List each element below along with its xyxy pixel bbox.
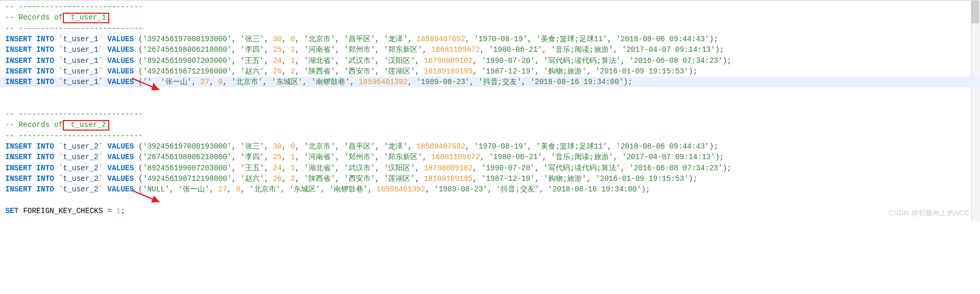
comma: , xyxy=(426,185,435,194)
equals: = xyxy=(103,207,116,215)
value-cell: '陕西省' xyxy=(304,67,335,76)
dash-line: -- ---------------------------- xyxy=(5,3,143,11)
sql-statement[interactable]: INSERT INTO `t_user_2` VALUES ('49245619… xyxy=(5,174,698,183)
value-cell: '1970-08-19' xyxy=(474,142,527,151)
sql-statement[interactable]: INSERT INTO `t_user_2` VALUES ('NULL', '… xyxy=(5,185,650,194)
comma: , xyxy=(264,57,273,65)
comma: , xyxy=(232,153,241,161)
comma: , xyxy=(535,174,544,183)
keyword-insert: INSERT xyxy=(5,35,32,43)
value-cell: '2017-04-07 09:14:13' xyxy=(622,153,715,161)
comma: , xyxy=(527,142,536,151)
paren-open: ( xyxy=(134,45,143,54)
comma: , xyxy=(613,45,622,54)
sql-statement[interactable]: INSERT INTO `t_user_2` VALUES ('26745619… xyxy=(5,153,724,161)
value-cell: 30 xyxy=(273,142,282,151)
comma: , xyxy=(620,164,629,172)
value-cell: '陕西省' xyxy=(304,174,335,183)
value-cell: '2016-06-08 07:34:23' xyxy=(629,57,722,65)
value-cell: '汉阳区' xyxy=(384,57,415,65)
records-of-label: -- Records of xyxy=(5,13,63,22)
paren-open: ( xyxy=(134,164,143,172)
comma: , xyxy=(227,185,236,194)
value-cell: 30 xyxy=(273,35,282,43)
keyword-values: VALUES xyxy=(107,35,134,43)
comma: , xyxy=(282,57,291,65)
keyword-values: VALUES xyxy=(107,174,134,183)
value-cell: '2018-08-06 09:44:43' xyxy=(616,142,709,151)
comma: , xyxy=(264,35,273,43)
comma: , xyxy=(152,78,161,86)
paren-close-semi: ); xyxy=(722,57,731,65)
value-cell: '张三' xyxy=(240,35,264,43)
table-identifier: `t_user_1` xyxy=(59,67,103,76)
comma: , xyxy=(264,45,273,54)
section-header: -- ---------------------------- -- Recor… xyxy=(5,109,975,141)
keyword-values: VALUES xyxy=(107,164,134,172)
paren-open: ( xyxy=(134,174,143,183)
sql-statement[interactable]: INSERT INTO `t_user_1` VALUES ('39245619… xyxy=(5,35,718,43)
keyword-values: VALUES xyxy=(107,45,134,54)
set-statement[interactable]: SET FOREIGN_KEY_CHECKS = 1; xyxy=(5,207,125,215)
keyword-insert: INSERT xyxy=(5,185,32,194)
value-cell: '龙泽' xyxy=(384,35,408,43)
comma: , xyxy=(264,174,273,183)
value-cell: '写代码;读代码;算法' xyxy=(544,57,621,65)
comma: , xyxy=(607,142,616,151)
value-cell: '892456199007203000' xyxy=(143,57,232,65)
comma: , xyxy=(613,153,622,161)
value-cell: '购物;旅游' xyxy=(544,67,587,76)
value-cell: '2016-06-08 07:34:23' xyxy=(629,164,722,172)
value-cell: 18596401392 xyxy=(376,185,425,194)
paren-close-semi: ); xyxy=(689,67,698,76)
comma: , xyxy=(473,57,482,65)
sql-statement[interactable]: INSERT INTO `t_user_1` VALUES ('26745619… xyxy=(5,45,724,54)
table-identifier: `t_user_2` xyxy=(59,142,103,151)
comma: , xyxy=(542,45,551,54)
comma: , xyxy=(375,174,384,183)
value-cell: '东城区' xyxy=(271,78,303,86)
set-variable: FOREIGN_KEY_CHECKS xyxy=(23,207,103,215)
comma: , xyxy=(522,78,531,86)
value-cell: '昌平区' xyxy=(344,35,375,43)
comma: , xyxy=(487,185,496,194)
sql-statement[interactable]: INSERT INTO `t_user_1` VALUES ('49245619… xyxy=(5,67,698,76)
comma: , xyxy=(415,174,424,183)
value-cell: '武汉市' xyxy=(344,164,375,172)
keyword-values: VALUES xyxy=(107,142,134,151)
comma: , xyxy=(350,78,359,86)
keyword-insert: INSERT xyxy=(5,153,32,161)
comma: , xyxy=(295,164,304,172)
comma: , xyxy=(282,45,291,54)
keyword-insert: INSERT xyxy=(5,45,32,54)
value-cell: '南锣鼓巷' xyxy=(312,78,350,86)
sql-editor[interactable]: -- ---------------------------- -- Recor… xyxy=(0,0,980,222)
value-cell: 18589407692 xyxy=(417,142,465,151)
comma: , xyxy=(535,57,544,65)
comma: , xyxy=(295,45,304,54)
comma: , xyxy=(232,35,241,43)
comma: , xyxy=(232,164,241,172)
dash-line: -- ---------------------------- xyxy=(5,132,143,140)
value-cell: '莲湖区' xyxy=(384,67,415,76)
comma: , xyxy=(465,142,474,151)
comma: , xyxy=(264,164,273,172)
comma: , xyxy=(232,67,241,76)
value-cell: '1987-12-19' xyxy=(482,67,535,76)
sql-statement[interactable]: INSERT INTO `t_user_1` VALUES ('89245619… xyxy=(5,57,731,65)
sql-statement[interactable]: INSERT INTO `t_user_2` VALUES ('89245619… xyxy=(5,164,731,172)
comma: , xyxy=(587,67,596,76)
keyword-into: INTO xyxy=(36,164,54,172)
sql-statement[interactable]: INSERT INTO `t_user_1` VALUES ('', '张一山'… xyxy=(0,77,980,87)
sql-statement[interactable]: INSERT INTO `t_user_2` VALUES ('39245619… xyxy=(5,142,718,151)
comma: , xyxy=(282,67,291,76)
value-cell: '2018-08-06 09:44:43' xyxy=(616,35,709,43)
comma: , xyxy=(415,164,424,172)
comma: , xyxy=(415,57,424,65)
comma: , xyxy=(535,67,544,76)
keyword-values: VALUES xyxy=(107,153,134,161)
semicolon: ; xyxy=(120,207,125,215)
value-cell: '湖北省' xyxy=(304,57,335,65)
value-cell: '北京市' xyxy=(304,35,335,43)
value-cell: '492456198712198000' xyxy=(143,174,232,183)
